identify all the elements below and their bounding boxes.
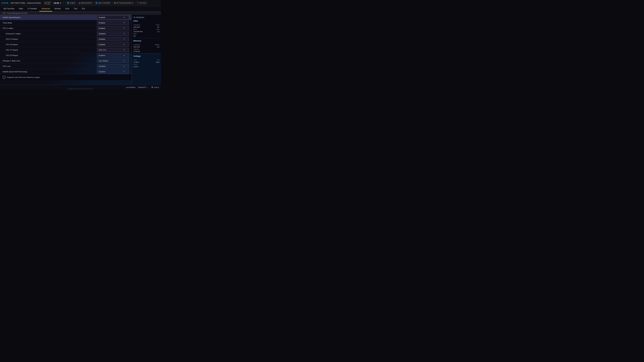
nav-bar: My Favorites Main Ai Tweaker Advanced Mo… [0,6,161,12]
hotkeys-button[interactable]: ❓ Hot Keys [136,1,147,4]
voltage-v33-value: 3.376 V [133,66,138,67]
chevron-down-icon: ▼ [124,60,125,62]
cpu-core-label: Core [156,28,160,30]
cpu-temp-value: 26° [157,26,160,28]
setting-value-speed-shift[interactable]: Enabled ▼ [97,70,129,74]
dropdown-value: Enabled [99,16,105,18]
dropdown-cpu-cstates[interactable]: Enabled ▼ [97,26,129,30]
voltage-v33-label: +3.3V [133,64,137,65]
dropdown-cpu-c8[interactable]: Enabled ▼ [97,53,129,57]
setting-value-enhanced-cstates[interactable]: Disabled ▼ [97,31,129,36]
setting-row-package-c[interactable]: Package C State Limit Cpu Default ▼ [0,58,132,63]
window-title: UEFI BIOS Utility – Advanced Mode [10,2,41,4]
dropdown-speedstep[interactable]: Enabled ▼ [97,15,129,19]
last-modified-button[interactable]: Last Modified [126,86,135,88]
dropdown-package-c[interactable]: Cpu Default ▼ [97,59,129,63]
dropdown-cpu-c3[interactable]: Enabled ▼ [97,37,129,41]
dropdown-value: Disabled [99,33,106,35]
cpu-ratio-value: 32x [133,35,136,37]
nav-advanced[interactable]: Advanced [39,6,52,11]
gear-icon[interactable]: ⚙ [60,2,61,4]
voltage-v12-label: +12V [133,59,137,61]
dropdown-value: Enabled [99,43,105,45]
chevron-down-icon: ▼ [124,65,125,67]
setting-row-speed-shift[interactable]: Intel(R) Speed Shift Technology Enabled … [0,69,132,74]
chevron-down-icon: ▼ [124,71,125,72]
day-text: Thursday [44,3,51,5]
cpu-frequency-value: 3200 MHz [133,26,140,28]
cpu-bclk-value-row: 100.0000 MHz 1.0 [133,31,160,32]
dropdown-value: Enabled [99,54,105,56]
wand-icon: ✨ [114,2,116,4]
setting-row-enhanced-cstates[interactable]: Enhanced C-states Disabled ▼ [0,31,132,36]
dropdown-value: Enabled [99,38,105,40]
setting-row-cpu-c3[interactable]: CPU C3 Report Enabled ▼ [0,36,132,42]
language-selector[interactable]: 🌐 English [66,1,76,4]
voltage-v12-value-row: 12.288 V 5.000 [133,61,160,63]
info-icon: i [2,76,6,79]
chevron-down-icon: ▼ [124,22,125,24]
qfan-button[interactable]: 🌀 Qfan Control(F6) [94,1,111,4]
nav-exit[interactable]: Exit [80,6,87,11]
monitor-icon: 🖥 [133,16,135,18]
cpu-temp-label: Temp [156,24,160,26]
chevron-down-icon: ▼ [124,16,125,18]
search-label: Search [154,86,159,88]
language-label: English [70,2,75,4]
hardware-label: Hardware [136,16,144,18]
dropdown-turbo[interactable]: Enabled ▼ [97,21,129,25]
setting-value-speedstep[interactable]: Enabled ▼ [97,15,129,19]
ez-mode-button[interactable]: EzMode(F7) → [138,86,149,88]
setting-value-package-c[interactable]: Cpu Default ▼ [97,59,129,63]
globe-icon: 🌐 [67,2,69,4]
nav-boot[interactable]: Boot [63,6,72,11]
nav-main[interactable]: Main [17,6,26,11]
setting-name-cpu-c7: CPU C7 Report [6,49,97,51]
setting-row-cpu-c6[interactable]: CPU C6 Report Enabled ▼ [0,42,132,47]
cpu-frequency-row: Frequency Temp [133,24,160,26]
setting-row-cpu-cstates[interactable]: CPU C-states Enabled ▼ [0,25,132,31]
nav-tool[interactable]: Tool [72,6,80,11]
setting-value-turbo[interactable]: Enabled ▼ [97,21,129,25]
setting-row-cpu-c8[interactable]: CPU C8 Report Enabled ▼ [0,53,132,58]
nav-ai-tweaker[interactable]: Ai Tweaker [26,6,39,11]
setting-value-cpu-c3[interactable]: Enabled ▼ [97,37,129,41]
search-icon: 🔍 [152,86,153,88]
dropdown-speed-shift[interactable]: Enabled ▼ [97,70,129,74]
setting-row-cpu-c7[interactable]: CPU C7 Report CPU C7s ▼ [0,47,132,53]
memory-freq-value: 3200 MHz [133,46,140,48]
dropdown-cpu-c6[interactable]: Enabled ▼ [97,42,129,47]
cpu-bclk-value: 100.0000 MHz [133,31,143,32]
dropdown-value: Enabled [99,71,105,73]
settings-panel: Intel(R) SpeedStep(tm) Enabled ▼ Turbo M… [0,15,132,85]
myfavorites-button[interactable]: 🖥 MyFavorite(F3) [78,1,93,4]
setting-row-turbo[interactable]: Turbo Mode Enabled ▼ [0,20,132,25]
memory-capacity-value: 32768 MB [133,51,140,52]
myfavorites-label: MyFavorite(F3) [81,2,92,4]
setting-name-cpu-c6: CPU C6 Report [6,43,97,45]
dropdown-cfg-lock[interactable]: Disabled ▼ [97,64,129,68]
setting-value-cfg-lock[interactable]: Disabled ▼ [97,64,129,68]
dropdown-value: Cpu Default [99,60,108,62]
dropdown-value: Enabled [99,27,105,29]
memory-freq-label: Frequency [133,44,140,45]
setting-value-cpu-cstates[interactable]: Enabled ▼ [97,26,129,30]
top-bar: /ASUS UEFI BIOS Utility – Advanced Mode … [0,0,161,6]
nav-monitor[interactable]: Monitor [52,6,63,11]
dropdown-enhanced-cstates[interactable]: Disabled ▼ [97,31,129,36]
setting-value-cpu-c6[interactable]: Enabled ▼ [97,42,129,47]
setting-name-turbo: Turbo Mode [2,22,97,24]
cpu-bclk-row: BCLK Core [133,28,160,30]
hardware-sidebar: 🖥 Hardware CPU Frequency Temp 3200 MHz 2… [132,15,161,85]
cpu-section-title: CPU [133,20,160,23]
nav-my-favorites[interactable]: My Favorites [1,6,17,11]
setting-value-cpu-c8[interactable]: Enabled ▼ [97,53,129,57]
search-button[interactable]: 🔍 Search [152,86,159,88]
setting-row-speedstep[interactable]: Intel(R) SpeedStep(tm) Enabled ▼ [0,15,132,20]
dropdown-cpu-c7[interactable]: CPU C7s ▼ [97,48,129,52]
setting-row-cfg-lock[interactable]: CFG Lock Disabled ▼ [0,63,132,69]
ez-tuning-button[interactable]: ✨ EZ Tuning Wizard(F11) [112,1,134,4]
setting-value-cpu-c7[interactable]: CPU C7s ▼ [97,48,129,52]
qfan-label: Qfan Control(F6) [98,2,110,4]
datetime-block: 01/07/2021 Thursday [44,1,51,5]
